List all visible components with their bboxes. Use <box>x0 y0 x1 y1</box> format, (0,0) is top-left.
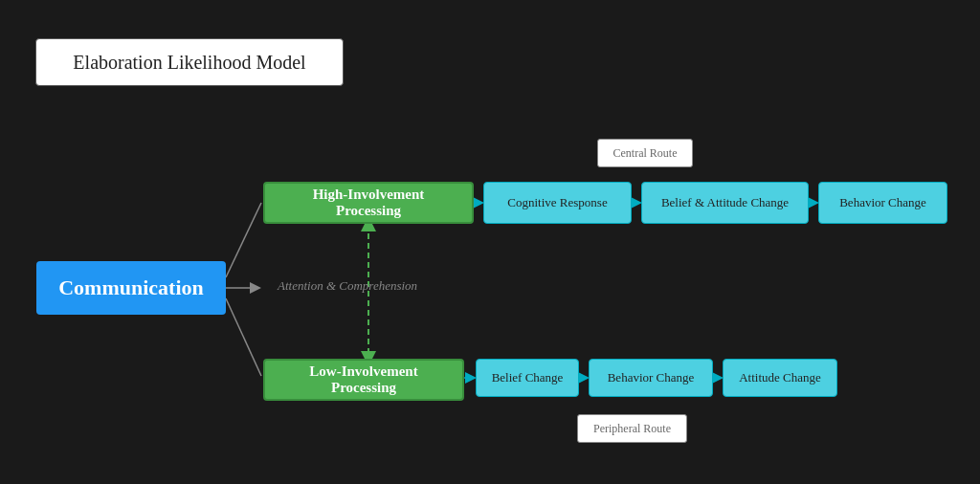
belief-change-node: Belief Change <box>476 359 579 397</box>
communication-label: Communication <box>58 275 204 300</box>
attention-text: Attention & Comprehension <box>278 278 417 293</box>
low-processing-node: Low-Involvement Processing <box>263 359 464 401</box>
svg-line-9 <box>226 298 261 376</box>
high-processing-node: High-Involvement Processing <box>263 182 474 224</box>
belief-attitude-label: Belief & Attitude Change <box>661 195 789 210</box>
svg-line-8 <box>226 203 261 277</box>
behavior-change-top-label: Behavior Change <box>839 195 926 210</box>
attention-label: Attention & Comprehension <box>278 278 417 294</box>
low-processing-label: Low-Involvement Processing <box>280 363 447 396</box>
communication-node: Communication <box>36 261 226 315</box>
cognitive-response-label: Cognitive Response <box>507 195 607 210</box>
central-route-node: Central Route <box>597 139 693 167</box>
belief-attitude-node: Belief & Attitude Change <box>641 182 809 224</box>
diagram: Elaboration Likelihood Model Communicati… <box>0 0 980 484</box>
behavior-change-bottom-label: Behavior Change <box>608 370 695 385</box>
behavior-change-bottom-node: Behavior Change <box>589 359 713 397</box>
attitude-change-node: Attitude Change <box>723 359 837 397</box>
cognitive-response-node: Cognitive Response <box>483 182 632 224</box>
peripheral-route-node: Peripheral Route <box>577 414 687 443</box>
behavior-change-top-node: Behavior Change <box>818 182 947 224</box>
high-processing-label: High-Involvement Processing <box>280 187 457 219</box>
central-route-label: Central Route <box>613 146 678 161</box>
attitude-change-label: Attitude Change <box>739 370 821 385</box>
belief-change-label: Belief Change <box>492 370 564 385</box>
peripheral-route-label: Peripheral Route <box>593 422 671 436</box>
title-label: Elaboration Likelihood Model <box>73 52 305 74</box>
title-node: Elaboration Likelihood Model <box>35 38 344 86</box>
